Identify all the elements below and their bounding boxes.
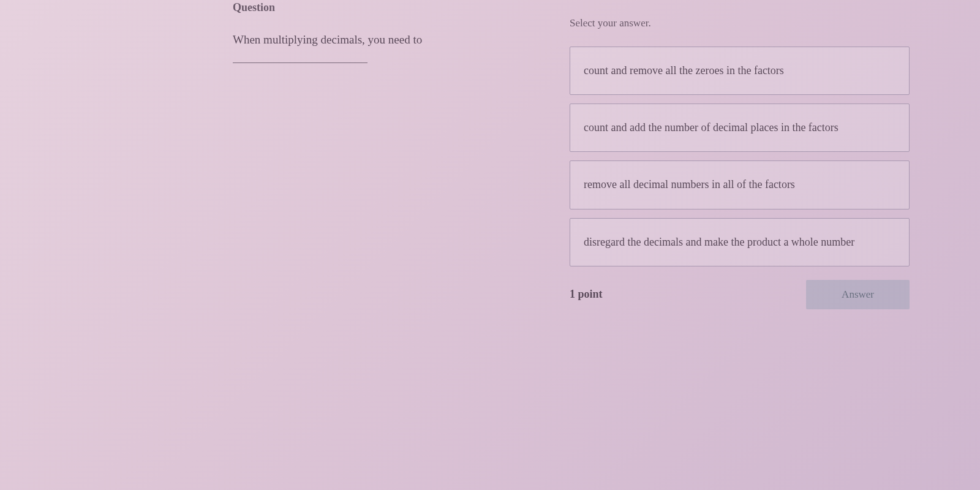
answer-option-2[interactable]: count and add the number of decimal plac… xyxy=(570,104,910,152)
answer-option-1[interactable]: count and remove all the zeroes in the f… xyxy=(570,47,910,95)
question-panel: Question When multiplying decimals, you … xyxy=(233,0,539,63)
footer-row: 1 point Answer xyxy=(570,280,910,309)
answer-option-4[interactable]: disregard the decimals and make the prod… xyxy=(570,218,910,266)
answer-button[interactable]: Answer xyxy=(806,280,910,309)
answer-panel: Select your answer. count and remove all… xyxy=(570,17,910,309)
question-text: When multiplying decimals, you need to xyxy=(233,31,539,49)
blank-line xyxy=(233,62,368,63)
answer-heading: Select your answer. xyxy=(570,17,910,29)
points-label: 1 point xyxy=(570,288,603,301)
answer-option-3[interactable]: remove all decimal numbers in all of the… xyxy=(570,160,910,209)
question-heading: Question xyxy=(233,1,539,14)
